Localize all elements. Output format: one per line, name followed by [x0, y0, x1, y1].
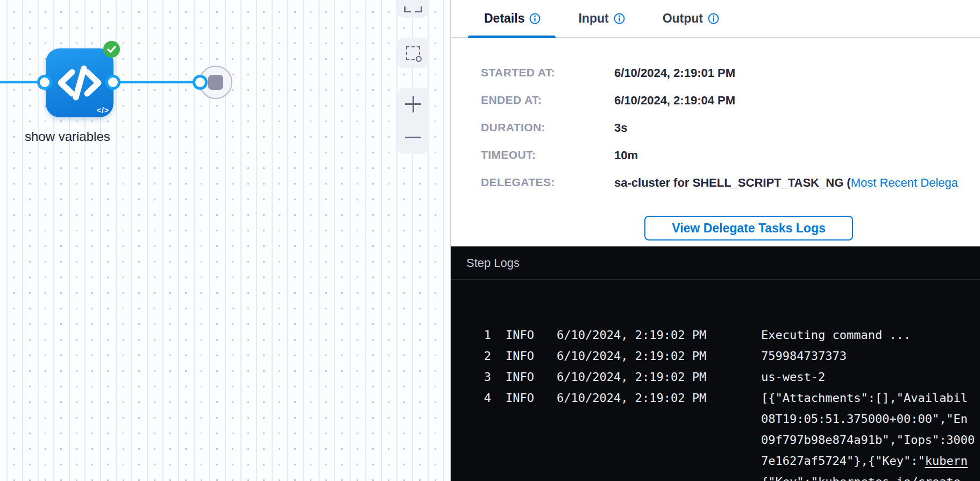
- log-line-continuation: {"Key":"kubernetes.io/create: [451, 471, 980, 481]
- marquee-select-icon: [406, 46, 420, 60]
- log-message: 09f797b98e874a91b","Iops":3000: [761, 429, 980, 450]
- step-node-label: show variables: [25, 129, 110, 144]
- log-timestamp: [557, 450, 761, 471]
- detail-value: 6/10/2024, 2:19:01 PM: [614, 66, 735, 80]
- delegate-value: sa-cluster for SHELL_SCRIPT_TASK_NG (: [614, 176, 851, 189]
- log-line-number: 2: [451, 345, 491, 366]
- log-line-number: 3: [451, 366, 491, 387]
- log-line-continuation: 08T19:05:51.375000+00:00","En: [451, 408, 980, 429]
- info-icon[interactable]: [614, 13, 625, 24]
- success-check-icon: [103, 41, 120, 58]
- step-node-show-variables[interactable]: </>: [46, 48, 113, 117]
- step-logs-header: Step Logs: [451, 246, 980, 280]
- log-level: [506, 429, 557, 450]
- log-level: INFO: [506, 345, 557, 366]
- log-line-continuation: 09f797b98e874a91b","Iops":3000: [451, 429, 980, 450]
- log-line: 1 INFO 6/10/2024, 2:19:02 PM Executing c…: [451, 324, 980, 345]
- log-timestamp: 6/10/2024, 2:19:02 PM: [557, 387, 761, 408]
- log-timestamp: 6/10/2024, 2:19:02 PM: [557, 366, 761, 387]
- log-line: 2 INFO 6/10/2024, 2:19:02 PM 75998473737…: [451, 345, 980, 366]
- info-icon[interactable]: [529, 13, 541, 24]
- zoom-controls: [397, 88, 429, 154]
- log-message: [{"Attachments":[],"Availabil: [761, 387, 980, 408]
- zoom-out-button[interactable]: [405, 121, 421, 154]
- fit-view-button[interactable]: [397, 0, 429, 18]
- log-line: 3 INFO 6/10/2024, 2:19:02 PM us-west-2: [451, 366, 980, 387]
- zoom-in-button[interactable]: [405, 88, 421, 121]
- shell-script-mini-icon: </>: [97, 106, 109, 115]
- detail-label: STARTED AT:: [481, 66, 614, 80]
- detail-row-delegates: DELEGATES: sa-cluster for SHELL_SCRIPT_T…: [481, 176, 980, 190]
- log-line-number: [451, 450, 491, 471]
- log-line-number: [451, 471, 491, 481]
- log-message-text: {"Key":"kubernetes.io/create: [761, 475, 961, 481]
- log-level: [506, 408, 557, 429]
- log-timestamp: [557, 471, 761, 481]
- node-out-port[interactable]: [105, 75, 120, 90]
- details-tabbar: Details Input Output: [451, 0, 980, 38]
- detail-label: ENDED AT:: [481, 94, 614, 108]
- log-link[interactable]: kubern: [925, 454, 968, 468]
- log-timestamp: 6/10/2024, 2:19:02 PM: [557, 345, 761, 366]
- log-timestamp: [557, 429, 761, 450]
- minus-icon: [405, 129, 421, 145]
- log-message-text: 7e1627af5724"},{"Key":": [761, 454, 925, 468]
- log-level: INFO: [506, 324, 557, 345]
- log-line-continuation: 7e1627af5724"},{"Key":"kubern: [451, 450, 980, 471]
- info-icon[interactable]: [708, 13, 719, 24]
- log-level: INFO: [506, 387, 557, 408]
- stop-icon: [208, 75, 223, 90]
- tab-details-label: Details: [484, 11, 524, 26]
- detail-label: DELEGATES:: [481, 176, 614, 190]
- detail-row-timeout: TIMEOUT: 10m: [481, 148, 980, 162]
- fit-view-icon: [404, 6, 422, 12]
- view-delegate-tasks-logs-button[interactable]: View Delegate Tasks Logs: [644, 216, 853, 240]
- tab-output[interactable]: Output: [655, 11, 727, 26]
- detail-row-started-at: STARTED AT: 6/10/2024, 2:19:01 PM: [481, 66, 980, 80]
- tab-input-label: Input: [578, 11, 608, 26]
- step-details-panel: Details Input Output STARTED: [450, 0, 980, 481]
- log-level: INFO: [506, 366, 557, 387]
- detail-row-ended-at: ENDED AT: 6/10/2024, 2:19:04 PM: [481, 94, 980, 108]
- detail-value: 10m: [614, 148, 638, 162]
- plus-icon: [405, 96, 421, 112]
- detail-value: 3s: [614, 121, 627, 135]
- log-line: 4 INFO 6/10/2024, 2:19:02 PM [{"Attachme…: [451, 387, 980, 408]
- detail-value: 6/10/2024, 2:19:04 PM: [614, 94, 735, 108]
- log-message: {"Key":"kubernetes.io/create: [761, 471, 980, 481]
- log-message: 7e1627af5724"},{"Key":"kubern: [761, 450, 980, 471]
- log-timestamp: [557, 408, 761, 429]
- details-section: STARTED AT: 6/10/2024, 2:19:01 PM ENDED …: [451, 38, 980, 240]
- tab-details[interactable]: Details: [477, 11, 548, 26]
- log-console[interactable]: 1 INFO 6/10/2024, 2:19:02 PM Executing c…: [451, 280, 980, 481]
- log-line-number: [451, 429, 491, 450]
- log-message: 08T19:05:51.375000+00:00","En: [761, 408, 980, 429]
- log-message-text: us-west-2: [761, 370, 825, 384]
- tab-output-label: Output: [663, 11, 703, 26]
- step-logs-section: Step Logs 1 INFO 6/10/2024, 2:19:02 PM E…: [451, 246, 980, 481]
- pipeline-canvas[interactable]: </> show variables: [0, 0, 450, 481]
- log-line-number: 1: [451, 324, 491, 345]
- detail-label: TIMEOUT:: [481, 148, 614, 162]
- detail-row-duration: DURATION: 3s: [481, 121, 980, 135]
- marquee-select-button[interactable]: [397, 38, 429, 68]
- log-message: us-west-2: [761, 366, 980, 387]
- log-message-text: 09f797b98e874a91b","Iops":3000: [761, 433, 975, 447]
- log-message-text: 08T19:05:51.375000+00:00","En: [761, 412, 968, 426]
- log-message-text: [{"Attachments":[],"Availabil: [761, 391, 968, 405]
- log-message: Executing command ...: [761, 324, 980, 345]
- stop-node-in-port[interactable]: [193, 75, 208, 90]
- tab-input[interactable]: Input: [571, 11, 632, 26]
- log-message: 759984737373: [761, 345, 980, 366]
- log-line-number: [451, 408, 491, 429]
- pipeline-execution-view: </> show variables: [0, 0, 980, 481]
- node-in-port[interactable]: [37, 75, 52, 90]
- log-line-number: 4: [451, 387, 491, 408]
- active-tab-underline: [468, 36, 556, 38]
- log-timestamp: 6/10/2024, 2:19:02 PM: [557, 324, 761, 345]
- detail-value: sa-cluster for SHELL_SCRIPT_TASK_NG (Mos…: [614, 176, 958, 190]
- log-message-text: Executing command ...: [761, 328, 911, 342]
- detail-label: DURATION:: [481, 121, 614, 135]
- log-level: [506, 450, 557, 471]
- most-recent-delegate-link[interactable]: Most Recent Delega: [851, 176, 958, 189]
